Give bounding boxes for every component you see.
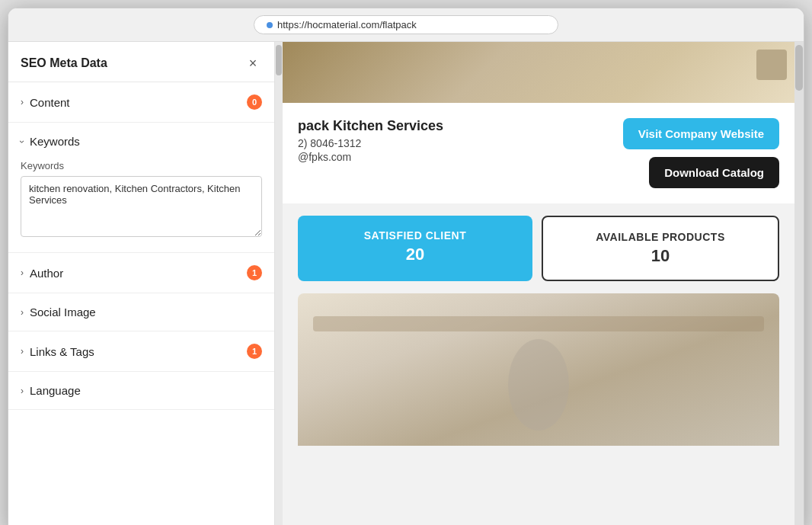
keywords-field-label: Keywords [21, 160, 262, 171]
accordion-keywords-label: Keywords [30, 135, 80, 148]
accordion-author-header[interactable]: › Author 1 [8, 253, 274, 293]
company-section: pack Kitchen Services 2) 8046-1312 @fpks… [283, 103, 794, 203]
accordion-links-tags-label: Links & Tags [30, 345, 94, 358]
company-phone: 2) 8046-1312 [298, 137, 608, 149]
accordion-links-tags-header[interactable]: › Links & Tags 1 [8, 331, 274, 371]
scrollbar-thumb [795, 45, 803, 91]
browser-window: https://hocmaterial.com/flatpack SEO Met… [8, 8, 804, 525]
links-tags-badge: 1 [247, 344, 262, 359]
available-products-number: 10 [555, 246, 766, 266]
satisfied-client-number: 20 [310, 245, 520, 264]
company-email: @fpks.com [298, 151, 608, 163]
download-catalog-button[interactable]: Download Catalog [649, 157, 779, 188]
accordion-content-left: › Content [21, 96, 70, 109]
available-products-stat: AVAILABLE PRODUCTS 10 [542, 216, 779, 281]
accordion-content: › Content 0 [8, 82, 274, 123]
accordion-social-image-header[interactable]: › Social Image [8, 293, 274, 331]
chevron-down-icon: › [17, 140, 27, 143]
satisfied-client-title: SATISFIED CLIENT [310, 229, 520, 242]
website-scrollbar[interactable] [794, 42, 804, 525]
accordion-social-image-left: › Social Image [21, 306, 96, 319]
panel-title: SEO Meta Data [21, 56, 107, 70]
content-badge: 0 [247, 94, 262, 110]
accordion-links-tags: › Links & Tags 1 [8, 331, 274, 372]
accordion-author-left: › Author [21, 267, 63, 280]
stats-row: SATISFIED CLIENT 20 AVAILABLE PRODUCTS 1… [283, 203, 794, 293]
chevron-right-icon: › [21, 97, 24, 107]
panel-scrollbar[interactable] [275, 42, 283, 525]
url-bar[interactable]: https://hocmaterial.com/flatpack [254, 15, 558, 34]
browser-chrome: https://hocmaterial.com/flatpack [8, 8, 804, 42]
top-image-strip [283, 42, 794, 103]
accordion-language-label: Language [30, 384, 81, 397]
accordion-language-left: › Language [21, 384, 81, 397]
url-text: https://hocmaterial.com/flatpack [277, 19, 417, 30]
company-name: pack Kitchen Services [298, 118, 608, 134]
accordion-content-label: Content [30, 96, 70, 109]
company-info: pack Kitchen Services 2) 8046-1312 @fpks… [298, 118, 608, 163]
close-button[interactable]: × [244, 54, 262, 72]
accordion-links-tags-left: › Links & Tags [21, 345, 94, 358]
accordion-keywords-left: › Keywords [21, 135, 80, 148]
chevron-right-icon-5: › [21, 386, 24, 396]
website-preview: pack Kitchen Services 2) 8046-1312 @fpks… [283, 42, 804, 525]
accordion-author-label: Author [30, 267, 63, 280]
available-products-title: AVAILABLE PRODUCTS [555, 231, 766, 243]
accordion-language: › Language [8, 372, 274, 410]
main-content: SEO Meta Data × › Content 0 [8, 42, 804, 525]
accordion-language-header[interactable]: › Language [8, 372, 274, 409]
accordion-content-header[interactable]: › Content 0 [8, 82, 274, 122]
accordion-keywords: › Keywords Keywords kitchen renovation, … [8, 123, 274, 253]
accordion-keywords-header[interactable]: › Keywords [8, 123, 274, 160]
bottom-kitchen-image [298, 293, 779, 446]
keywords-content: Keywords kitchen renovation, Kitchen Con… [8, 160, 274, 252]
accordion-social-image: › Social Image [8, 293, 274, 331]
panel-scrollbar-thumb [276, 45, 282, 75]
accordion-author: › Author 1 [8, 253, 274, 293]
accordion-social-image-label: Social Image [30, 306, 96, 319]
left-panel: SEO Meta Data × › Content 0 [8, 42, 275, 525]
satisfied-client-stat: SATISFIED CLIENT 20 [298, 216, 532, 281]
company-buttons: Visit Company Website Download Catalog [623, 118, 779, 188]
image-corner-accent [756, 50, 787, 80]
right-panel: pack Kitchen Services 2) 8046-1312 @fpks… [283, 42, 804, 525]
visit-website-button[interactable]: Visit Company Website [623, 118, 779, 149]
chevron-right-icon-3: › [21, 307, 24, 318]
panel-header: SEO Meta Data × [8, 42, 274, 82]
panel-scroll[interactable]: › Content 0 › Keywords [8, 82, 274, 525]
chevron-right-icon-4: › [21, 346, 24, 357]
keywords-textarea[interactable]: kitchen renovation, Kitchen Contractors,… [21, 176, 262, 237]
author-badge: 1 [247, 265, 262, 280]
secure-icon [267, 22, 273, 28]
chevron-right-icon-2: › [21, 267, 24, 278]
